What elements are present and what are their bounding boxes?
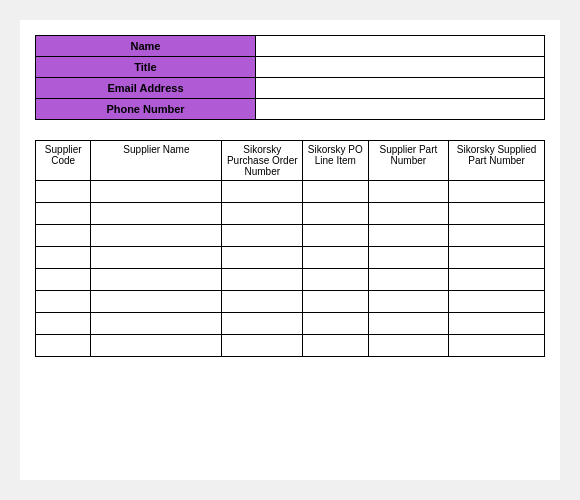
table-row	[36, 269, 545, 291]
contact-label-3: Phone Number	[36, 99, 256, 120]
table-row	[36, 335, 545, 357]
cell-2-supplier-part[interactable]	[368, 225, 449, 247]
cell-5-sikorsky-part[interactable]	[449, 291, 545, 313]
cell-1-po-number[interactable]	[222, 203, 303, 225]
contact-table: NameTitleEmail AddressPhone Number	[35, 35, 545, 120]
col-header-sikorsky-part: Sikorsky Supplied Part Number	[449, 141, 545, 181]
cell-3-po-line[interactable]	[303, 247, 369, 269]
cell-4-supplier-name[interactable]	[91, 269, 222, 291]
page-container: NameTitleEmail AddressPhone Number Suppl…	[20, 20, 560, 480]
table-row	[36, 247, 545, 269]
cell-1-supplier-code[interactable]	[36, 203, 91, 225]
col-header-supplier-code: Supplier Code	[36, 141, 91, 181]
cell-0-po-line[interactable]	[303, 181, 369, 203]
contact-value-2[interactable]	[256, 78, 545, 99]
table-row	[36, 291, 545, 313]
cell-0-supplier-name[interactable]	[91, 181, 222, 203]
cell-4-supplier-code[interactable]	[36, 269, 91, 291]
cell-3-supplier-name[interactable]	[91, 247, 222, 269]
contact-label-2: Email Address	[36, 78, 256, 99]
cell-7-po-number[interactable]	[222, 335, 303, 357]
table-row	[36, 313, 545, 335]
contact-value-0[interactable]	[256, 36, 545, 57]
cell-3-sikorsky-part[interactable]	[449, 247, 545, 269]
cell-1-supplier-name[interactable]	[91, 203, 222, 225]
cell-3-po-number[interactable]	[222, 247, 303, 269]
cell-5-po-line[interactable]	[303, 291, 369, 313]
cell-5-supplier-code[interactable]	[36, 291, 91, 313]
table-row	[36, 203, 545, 225]
cell-2-po-number[interactable]	[222, 225, 303, 247]
cell-6-sikorsky-part[interactable]	[449, 313, 545, 335]
contact-label-0: Name	[36, 36, 256, 57]
col-header-po-line: Sikorsky PO Line Item	[303, 141, 369, 181]
supplier-table: Supplier CodeSupplier NameSikorsky Purch…	[35, 140, 545, 357]
cell-6-supplier-part[interactable]	[368, 313, 449, 335]
cell-4-po-line[interactable]	[303, 269, 369, 291]
cell-7-supplier-code[interactable]	[36, 335, 91, 357]
cell-4-supplier-part[interactable]	[368, 269, 449, 291]
table-row	[36, 225, 545, 247]
cell-0-po-number[interactable]	[222, 181, 303, 203]
cell-5-supplier-part[interactable]	[368, 291, 449, 313]
cell-0-supplier-part[interactable]	[368, 181, 449, 203]
cell-3-supplier-code[interactable]	[36, 247, 91, 269]
contact-label-1: Title	[36, 57, 256, 78]
cell-4-po-number[interactable]	[222, 269, 303, 291]
cell-2-po-line[interactable]	[303, 225, 369, 247]
cell-2-sikorsky-part[interactable]	[449, 225, 545, 247]
contact-value-1[interactable]	[256, 57, 545, 78]
cell-3-supplier-part[interactable]	[368, 247, 449, 269]
cell-0-supplier-code[interactable]	[36, 181, 91, 203]
cell-1-supplier-part[interactable]	[368, 203, 449, 225]
cell-5-supplier-name[interactable]	[91, 291, 222, 313]
cell-4-sikorsky-part[interactable]	[449, 269, 545, 291]
cell-6-supplier-name[interactable]	[91, 313, 222, 335]
cell-2-supplier-name[interactable]	[91, 225, 222, 247]
cell-7-po-line[interactable]	[303, 335, 369, 357]
cell-1-po-line[interactable]	[303, 203, 369, 225]
cell-5-po-number[interactable]	[222, 291, 303, 313]
col-header-po-number: Sikorsky Purchase Order Number	[222, 141, 303, 181]
col-header-supplier-name: Supplier Name	[91, 141, 222, 181]
cell-6-supplier-code[interactable]	[36, 313, 91, 335]
cell-0-sikorsky-part[interactable]	[449, 181, 545, 203]
cell-1-sikorsky-part[interactable]	[449, 203, 545, 225]
cell-2-supplier-code[interactable]	[36, 225, 91, 247]
contact-value-3[interactable]	[256, 99, 545, 120]
col-header-supplier-part: Supplier Part Number	[368, 141, 449, 181]
cell-6-po-line[interactable]	[303, 313, 369, 335]
cell-6-po-number[interactable]	[222, 313, 303, 335]
cell-7-supplier-name[interactable]	[91, 335, 222, 357]
table-row	[36, 181, 545, 203]
cell-7-sikorsky-part[interactable]	[449, 335, 545, 357]
cell-7-supplier-part[interactable]	[368, 335, 449, 357]
